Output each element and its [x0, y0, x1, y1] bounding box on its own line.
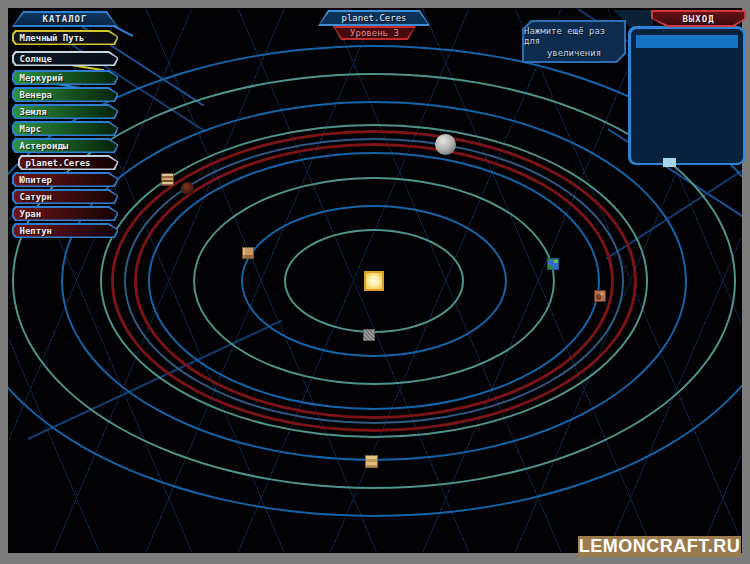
sidebar-item-label: Меркурий	[14, 73, 63, 83]
body-mars[interactable]	[594, 290, 606, 302]
catalog-header-button[interactable]: КАТАЛОГ	[12, 11, 118, 27]
sidebar-items: Млечный ПутьСолнцеМеркурийВенераЗемляМар…	[12, 30, 118, 238]
level-label: Уровень 3	[350, 28, 399, 38]
sidebar-item-label: Уран	[14, 209, 42, 219]
zoom-preview-header-bar	[636, 35, 738, 48]
zoom-hint-line2: увеличения	[547, 48, 601, 58]
sidebar-item-mercury[interactable]: Меркурий	[12, 70, 118, 85]
body-jupiter[interactable]	[161, 173, 174, 186]
exit-button-label: ВЫХОД	[682, 14, 714, 24]
zoom-preview-panel	[628, 26, 745, 165]
zoom-hint-tooltip: Нажмите ещё раз для увеличения	[522, 20, 626, 63]
sidebar-item-label: Юпитер	[14, 175, 53, 185]
selected-body-label: planet.Ceres	[341, 13, 406, 23]
watermark-text: LEMONCRAFT.RU	[579, 536, 741, 557]
sidebar-item-mars[interactable]: Марс	[12, 121, 118, 136]
sidebar-item-label: planet.Ceres	[20, 158, 91, 168]
celestial-map-screen: КАТАЛОГ Млечный ПутьСолнцеМеркурийВенера…	[0, 0, 750, 564]
sidebar-item-label: Млечный Путь	[14, 33, 85, 43]
body-sun[interactable]	[364, 271, 384, 291]
catalog-header-label: КАТАЛОГ	[43, 14, 88, 24]
sidebar-item-planet-ceres[interactable]: planet.Ceres	[18, 155, 118, 170]
sidebar-item-label: Астероиды	[14, 141, 69, 151]
sidebar-item-uranus[interactable]: Уран	[12, 206, 118, 221]
sidebar-item-label: Венера	[14, 90, 53, 100]
sidebar-item-label: Земля	[14, 107, 47, 117]
zoom-hint-line1: Нажмите ещё раз для	[524, 26, 624, 46]
sidebar-item-label: Нептун	[14, 226, 53, 236]
body-earth[interactable]	[547, 258, 559, 270]
sidebar-item-asteroids[interactable]: Астероиды	[12, 138, 118, 153]
body-planet-ceres[interactable]	[435, 134, 456, 155]
sidebar-item-label: Солнце	[14, 54, 53, 64]
sidebar-item-milky-way[interactable]: Млечный Путь	[12, 30, 118, 45]
sidebar-item-label: Сатурн	[14, 192, 53, 202]
body-asteroid[interactable]	[181, 182, 194, 195]
body-saturn[interactable]	[365, 455, 378, 468]
zoom-preview-handle[interactable]	[663, 158, 676, 167]
sidebar-item-sun[interactable]: Солнце	[12, 51, 118, 66]
sidebar-item-label: Марс	[14, 124, 42, 134]
zoom-preview-viewport	[631, 29, 743, 163]
level-badge: Уровень 3	[333, 26, 416, 40]
exit-button[interactable]: ВЫХОД	[651, 10, 746, 27]
sidebar-item-jupiter[interactable]: Юпитер	[12, 172, 118, 187]
watermark-banner: LEMONCRAFT.RU	[578, 536, 741, 557]
sidebar-item-earth[interactable]: Земля	[12, 104, 118, 119]
body-mercury[interactable]	[363, 329, 375, 341]
selected-body-title: planet.Ceres	[318, 10, 430, 26]
catalog-sidebar: КАТАЛОГ Млечный ПутьСолнцеМеркурийВенера…	[12, 11, 118, 240]
sidebar-item-saturn[interactable]: Сатурн	[12, 189, 118, 204]
sidebar-item-neptune[interactable]: Нептун	[12, 223, 118, 238]
sidebar-item-venus[interactable]: Венера	[12, 87, 118, 102]
body-venus[interactable]	[242, 247, 254, 259]
